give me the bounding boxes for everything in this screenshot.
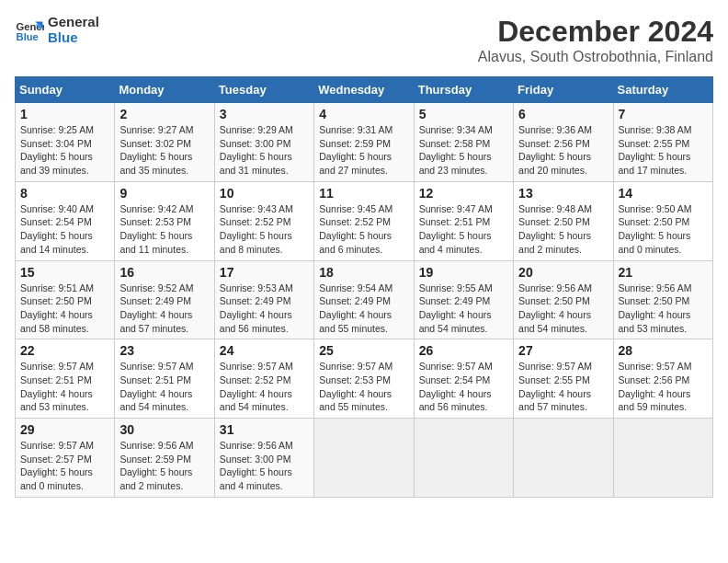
calendar-cell: 13Sunrise: 9:48 AM Sunset: 2:50 PM Dayli… xyxy=(514,181,613,260)
day-number: 5 xyxy=(419,107,508,121)
calendar-cell: 15Sunrise: 9:51 AM Sunset: 2:50 PM Dayli… xyxy=(16,260,115,339)
calendar-week-3: 15Sunrise: 9:51 AM Sunset: 2:50 PM Dayli… xyxy=(16,260,713,339)
day-info: Sunrise: 9:57 AM Sunset: 2:54 PM Dayligh… xyxy=(419,360,508,414)
svg-text:Blue: Blue xyxy=(17,31,39,42)
day-info: Sunrise: 9:31 AM Sunset: 2:59 PM Dayligh… xyxy=(319,123,408,178)
calendar-cell: 27Sunrise: 9:57 AM Sunset: 2:55 PM Dayli… xyxy=(514,339,613,419)
day-info: Sunrise: 9:57 AM Sunset: 2:53 PM Dayligh… xyxy=(319,360,408,414)
calendar-cell: 14Sunrise: 9:50 AM Sunset: 2:50 PM Dayli… xyxy=(613,181,712,260)
day-number: 27 xyxy=(518,343,608,358)
header-monday: Monday xyxy=(115,77,214,103)
header-wednesday: Wednesday xyxy=(314,77,414,103)
header-saturday: Saturday xyxy=(613,77,712,103)
calendar-cell xyxy=(414,419,513,498)
calendar-cell: 5Sunrise: 9:34 AM Sunset: 2:58 PM Daylig… xyxy=(414,103,513,182)
header-thursday: Thursday xyxy=(414,77,513,103)
day-number: 31 xyxy=(220,422,309,437)
calendar-cell: 21Sunrise: 9:56 AM Sunset: 2:50 PM Dayli… xyxy=(613,260,712,339)
day-number: 2 xyxy=(119,107,209,121)
calendar-header-row: SundayMondayTuesdayWednesdayThursdayFrid… xyxy=(16,77,713,103)
calendar-cell: 10Sunrise: 9:43 AM Sunset: 2:52 PM Dayli… xyxy=(214,181,313,260)
day-number: 17 xyxy=(220,265,309,280)
calendar-cell: 6Sunrise: 9:36 AM Sunset: 2:56 PM Daylig… xyxy=(514,103,613,182)
day-info: Sunrise: 9:38 AM Sunset: 2:55 PM Dayligh… xyxy=(619,123,708,178)
calendar-cell: 20Sunrise: 9:56 AM Sunset: 2:50 PM Dayli… xyxy=(514,260,613,339)
day-info: Sunrise: 9:56 AM Sunset: 2:50 PM Dayligh… xyxy=(518,282,608,336)
day-info: Sunrise: 9:50 AM Sunset: 2:50 PM Dayligh… xyxy=(619,202,708,257)
day-number: 22 xyxy=(20,343,109,358)
day-number: 11 xyxy=(319,186,408,201)
day-info: Sunrise: 9:57 AM Sunset: 2:55 PM Dayligh… xyxy=(518,360,608,414)
day-number: 26 xyxy=(419,343,508,358)
day-info: Sunrise: 9:53 AM Sunset: 2:49 PM Dayligh… xyxy=(220,282,309,336)
day-number: 14 xyxy=(619,186,708,201)
day-info: Sunrise: 9:57 AM Sunset: 2:52 PM Dayligh… xyxy=(220,360,309,414)
calendar-week-4: 22Sunrise: 9:57 AM Sunset: 2:51 PM Dayli… xyxy=(16,339,713,419)
calendar-cell: 3Sunrise: 9:29 AM Sunset: 3:00 PM Daylig… xyxy=(214,103,313,182)
day-number: 28 xyxy=(619,343,708,358)
day-number: 16 xyxy=(119,265,209,280)
logo-general: General xyxy=(48,15,99,30)
day-info: Sunrise: 9:56 AM Sunset: 2:59 PM Dayligh… xyxy=(119,439,209,493)
day-info: Sunrise: 9:57 AM Sunset: 2:56 PM Dayligh… xyxy=(619,360,708,414)
day-info: Sunrise: 9:56 AM Sunset: 3:00 PM Dayligh… xyxy=(220,439,309,493)
calendar-cell: 29Sunrise: 9:57 AM Sunset: 2:57 PM Dayli… xyxy=(16,419,115,498)
day-info: Sunrise: 9:57 AM Sunset: 2:57 PM Dayligh… xyxy=(20,439,109,493)
day-number: 15 xyxy=(20,265,109,280)
logo-blue: Blue xyxy=(48,30,99,46)
calendar-cell: 4Sunrise: 9:31 AM Sunset: 2:59 PM Daylig… xyxy=(314,103,414,182)
calendar-cell: 18Sunrise: 9:54 AM Sunset: 2:49 PM Dayli… xyxy=(314,260,414,339)
day-info: Sunrise: 9:57 AM Sunset: 2:51 PM Dayligh… xyxy=(20,360,109,414)
day-number: 23 xyxy=(119,343,209,358)
day-number: 24 xyxy=(220,343,309,358)
day-info: Sunrise: 9:40 AM Sunset: 2:54 PM Dayligh… xyxy=(20,202,109,257)
logo-icon: General Blue xyxy=(15,16,44,45)
day-number: 19 xyxy=(419,265,508,280)
day-info: Sunrise: 9:48 AM Sunset: 2:50 PM Dayligh… xyxy=(518,202,608,257)
day-number: 9 xyxy=(119,186,209,201)
logo: General Blue General Blue xyxy=(15,15,99,45)
calendar-week-1: 1Sunrise: 9:25 AM Sunset: 3:04 PM Daylig… xyxy=(16,103,713,182)
calendar-cell: 22Sunrise: 9:57 AM Sunset: 2:51 PM Dayli… xyxy=(16,339,115,419)
calendar-cell: 25Sunrise: 9:57 AM Sunset: 2:53 PM Dayli… xyxy=(314,339,414,419)
calendar-cell: 24Sunrise: 9:57 AM Sunset: 2:52 PM Dayli… xyxy=(214,339,313,419)
calendar-cell: 1Sunrise: 9:25 AM Sunset: 3:04 PM Daylig… xyxy=(16,103,115,182)
header-friday: Friday xyxy=(514,77,613,103)
header-tuesday: Tuesday xyxy=(214,77,313,103)
day-info: Sunrise: 9:55 AM Sunset: 2:49 PM Dayligh… xyxy=(419,282,508,336)
calendar-cell: 16Sunrise: 9:52 AM Sunset: 2:49 PM Dayli… xyxy=(115,260,214,339)
day-info: Sunrise: 9:56 AM Sunset: 2:50 PM Dayligh… xyxy=(619,282,708,336)
day-info: Sunrise: 9:25 AM Sunset: 3:04 PM Dayligh… xyxy=(20,123,109,178)
day-info: Sunrise: 9:54 AM Sunset: 2:49 PM Dayligh… xyxy=(319,282,408,336)
calendar-week-5: 29Sunrise: 9:57 AM Sunset: 2:57 PM Dayli… xyxy=(16,419,713,498)
day-info: Sunrise: 9:27 AM Sunset: 3:02 PM Dayligh… xyxy=(119,123,209,178)
calendar-table: SundayMondayTuesdayWednesdayThursdayFrid… xyxy=(15,76,713,498)
day-info: Sunrise: 9:34 AM Sunset: 2:58 PM Dayligh… xyxy=(419,123,508,178)
day-number: 20 xyxy=(518,265,608,280)
calendar-cell: 30Sunrise: 9:56 AM Sunset: 2:59 PM Dayli… xyxy=(115,419,214,498)
calendar-cell xyxy=(613,419,712,498)
calendar-cell: 11Sunrise: 9:45 AM Sunset: 2:52 PM Dayli… xyxy=(314,181,414,260)
day-number: 7 xyxy=(619,107,708,121)
day-number: 4 xyxy=(319,107,408,121)
calendar-cell: 17Sunrise: 9:53 AM Sunset: 2:49 PM Dayli… xyxy=(214,260,313,339)
day-number: 29 xyxy=(20,422,109,437)
day-number: 13 xyxy=(518,186,608,201)
calendar-cell xyxy=(314,419,414,498)
calendar-cell: 8Sunrise: 9:40 AM Sunset: 2:54 PM Daylig… xyxy=(16,181,115,260)
day-number: 8 xyxy=(20,186,109,201)
calendar-subtitle: Alavus, South Ostrobothnia, Finland xyxy=(478,49,713,65)
calendar-cell: 12Sunrise: 9:47 AM Sunset: 2:51 PM Dayli… xyxy=(414,181,513,260)
day-info: Sunrise: 9:57 AM Sunset: 2:51 PM Dayligh… xyxy=(119,360,209,414)
day-info: Sunrise: 9:36 AM Sunset: 2:56 PM Dayligh… xyxy=(518,123,608,178)
day-number: 30 xyxy=(119,422,209,437)
day-info: Sunrise: 9:29 AM Sunset: 3:00 PM Dayligh… xyxy=(220,123,309,178)
day-number: 21 xyxy=(619,265,708,280)
calendar-cell xyxy=(514,419,613,498)
calendar-cell: 23Sunrise: 9:57 AM Sunset: 2:51 PM Dayli… xyxy=(115,339,214,419)
day-number: 10 xyxy=(220,186,309,201)
calendar-cell: 26Sunrise: 9:57 AM Sunset: 2:54 PM Dayli… xyxy=(414,339,513,419)
calendar-title: December 2024 xyxy=(478,15,713,49)
calendar-cell: 19Sunrise: 9:55 AM Sunset: 2:49 PM Dayli… xyxy=(414,260,513,339)
calendar-cell: 9Sunrise: 9:42 AM Sunset: 2:53 PM Daylig… xyxy=(115,181,214,260)
